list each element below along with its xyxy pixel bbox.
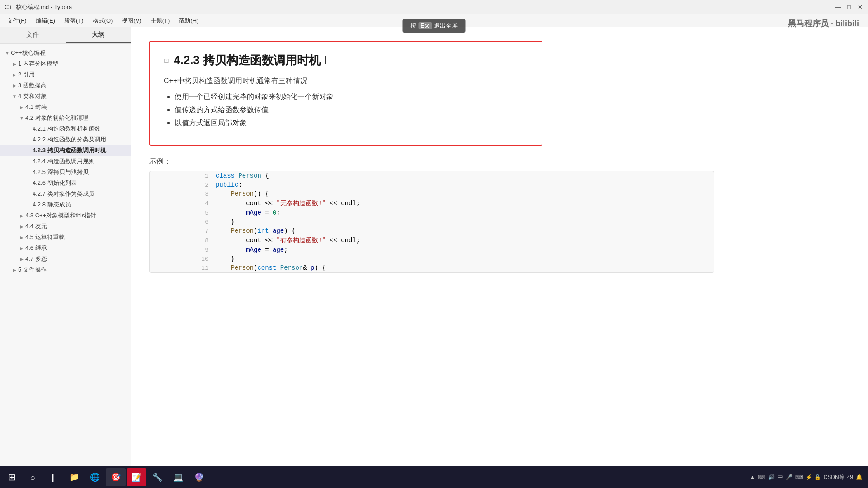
app-button-2[interactable]: 📝 xyxy=(127,468,146,486)
menu-file[interactable]: 文件(F) xyxy=(3,16,31,26)
line-content: Person(const Person& p) { xyxy=(216,263,714,272)
outline-item-4-2-3[interactable]: 4.2.3 拷贝构造函数调用时机 xyxy=(0,145,131,156)
tray-icons: ⚡ 🔒 xyxy=(806,474,821,480)
menu-theme[interactable]: 主题(T) xyxy=(146,16,175,26)
menu-format[interactable]: 格式(O) xyxy=(88,16,118,26)
tray-battery: 49 xyxy=(847,474,853,480)
content-area[interactable]: ⊡ 4.2.3 拷贝构造函数调用时机 C++中拷贝构造函数调用时机通常有三种情况… xyxy=(131,27,868,466)
code-lines: 1 class Person { 2 public: 3 Person() { … xyxy=(150,171,714,272)
minimize-button[interactable]: — xyxy=(835,4,842,11)
outline-label: C++核心编程 xyxy=(11,49,46,57)
line-content: cout << "有参构造函数!" << endl; xyxy=(216,235,714,245)
tray-input: 中 xyxy=(778,474,783,481)
arrow-icon xyxy=(25,159,33,164)
arrow-icon: ▶ xyxy=(11,83,18,88)
tray-keyboard: ⌨ xyxy=(758,474,765,480)
example-label: 示例： xyxy=(149,157,850,166)
line-content: cout << "无参构造函数!" << endl; xyxy=(216,198,714,208)
line-content: Person() { xyxy=(216,189,714,198)
search-button[interactable]: ⌕ xyxy=(23,468,42,486)
outline-label: 4.2.1 构造函数和析构函数 xyxy=(33,125,100,133)
arrow-icon xyxy=(25,148,33,153)
outline-item-3[interactable]: ▶ 3 函数提高 xyxy=(0,80,131,91)
arrow-icon: ▼ xyxy=(18,116,25,121)
section-header: ⊡ 4.2.3 拷贝构造函数调用时机 xyxy=(164,52,528,68)
arrow-icon xyxy=(25,202,33,207)
outline-item-cpp-core[interactable]: ▼ C++核心编程 xyxy=(0,47,131,58)
fold-icon[interactable]: ⊡ xyxy=(164,57,169,64)
code-line-10: 10 } xyxy=(150,254,714,263)
start-button[interactable]: ⊞ xyxy=(2,468,22,486)
esc-key: Esc xyxy=(418,22,432,29)
tray-notification: 🔔 xyxy=(856,474,863,480)
menu-paragraph[interactable]: 段落(T) xyxy=(60,16,88,26)
list-item: 以值方式返回局部对象 xyxy=(175,118,528,128)
outline-label: 4.2.7 类对象作为类成员 xyxy=(33,190,94,198)
explorer-button[interactable]: 📁 xyxy=(64,468,84,486)
code-line-7: 7 Person(int age) { xyxy=(150,226,714,235)
app-button-3[interactable]: 🔧 xyxy=(147,468,167,486)
tab-outline[interactable]: 大纲 xyxy=(66,27,131,43)
outline-item-4-7[interactable]: ▶ 4.7 多态 xyxy=(0,253,131,264)
outline-label: 4.1 封装 xyxy=(25,103,47,111)
app-button-1[interactable]: 🎯 xyxy=(106,468,126,486)
taskview-button[interactable]: ‖ xyxy=(43,468,63,486)
line-content: public: xyxy=(216,180,714,189)
tab-files[interactable]: 文件 xyxy=(0,27,66,43)
outline-label: 4.6 继承 xyxy=(25,244,47,252)
outline-item-4-6[interactable]: ▶ 4.6 继承 xyxy=(0,243,131,253)
menu-view[interactable]: 视图(V) xyxy=(117,16,146,26)
outline-item-4-2-7[interactable]: 4.2.7 类对象作为类成员 xyxy=(0,188,131,199)
line-number: 8 xyxy=(150,235,216,245)
tray-volume: 🔊 xyxy=(768,474,775,480)
outline-tree: ▼ C++核心编程 ▶ 1 内存分区模型 ▶ 2 引用 ▶ 3 函数提高 ▼ 4… xyxy=(0,44,131,279)
code-block: 1 class Person { 2 public: 3 Person() { … xyxy=(149,171,714,273)
outline-item-4-1[interactable]: ▶ 4.1 封装 xyxy=(0,102,131,113)
outline-item-2[interactable]: ▶ 2 引用 xyxy=(0,69,131,80)
outline-item-4-5[interactable]: ▶ 4.5 运算符重载 xyxy=(0,232,131,243)
code-line-11: 11 Person(const Person& p) { xyxy=(150,263,714,272)
outline-item-4-2-6[interactable]: 4.2.6 初始化列表 xyxy=(0,178,131,188)
code-line-9: 9 mAge = age; xyxy=(150,245,714,254)
menu-edit[interactable]: 编辑(E) xyxy=(31,16,60,26)
menu-help[interactable]: 帮助(H) xyxy=(174,16,203,26)
list-item: 使用一个已经创建完毕的对象来初始化一个新对象 xyxy=(175,92,528,102)
outline-item-5[interactable]: ▶ 5 文件操作 xyxy=(0,264,131,275)
outline-item-4-2[interactable]: ▼ 4.2 对象的初始化和清理 xyxy=(0,113,131,123)
text-cursor xyxy=(326,56,326,64)
line-content: Person(int age) { xyxy=(216,226,714,235)
line-number: 7 xyxy=(150,226,216,235)
outline-label: 1 内存分区模型 xyxy=(18,60,58,68)
outline-item-4-2-1[interactable]: 4.2.1 构造函数和析构函数 xyxy=(0,123,131,134)
outline-item-1[interactable]: ▶ 1 内存分区模型 xyxy=(0,58,131,69)
arrow-icon: ▶ xyxy=(18,213,25,218)
outline-label: 4.3 C++对象模型和this指针 xyxy=(25,211,97,220)
outline-item-4-2-4[interactable]: 4.2.4 构造函数调用规则 xyxy=(0,156,131,167)
outline-label: 3 函数提高 xyxy=(18,81,47,89)
arrow-icon: ▶ xyxy=(18,257,25,262)
outline-item-4-2-2[interactable]: 4.2.2 构造函数的分类及调用 xyxy=(0,134,131,145)
code-line-4: 4 cout << "无参构造函数!" << endl; xyxy=(150,198,714,208)
app-button-4[interactable]: 💻 xyxy=(168,468,188,486)
line-number: 1 xyxy=(150,171,216,180)
arrow-icon xyxy=(25,127,33,131)
arrow-icon: ▶ xyxy=(11,267,18,272)
close-button[interactable]: ✕ xyxy=(856,4,863,11)
bullet-list: 使用一个已经创建完毕的对象来初始化一个新对象 值传递的方式给函数参数传值 以值方… xyxy=(164,92,528,128)
arrow-icon: ▶ xyxy=(11,72,18,77)
bilibili-watermark: 黑马程序员 · bilibili xyxy=(788,18,859,29)
outline-item-4-4[interactable]: ▶ 4.4 友元 xyxy=(0,221,131,232)
outline-item-4-2-8[interactable]: 4.2.8 静态成员 xyxy=(0,199,131,210)
outline-item-4[interactable]: ▼ 4 类和对象 xyxy=(0,91,131,102)
section-highlight-box: ⊡ 4.2.3 拷贝构造函数调用时机 C++中拷贝构造函数调用时机通常有三种情况… xyxy=(149,41,542,146)
app-button-5[interactable]: 🔮 xyxy=(189,468,209,486)
line-number: 6 xyxy=(150,217,216,226)
outline-item-4-3[interactable]: ▶ 4.3 C++对象模型和this指针 xyxy=(0,210,131,221)
outline-label: 4.5 运算符重载 xyxy=(25,233,65,241)
arrow-icon: ▶ xyxy=(18,235,25,240)
edge-button[interactable]: 🌐 xyxy=(85,468,105,486)
maximize-button[interactable]: □ xyxy=(845,4,853,11)
code-line-6: 6 } xyxy=(150,217,714,226)
line-content: mAge = age; xyxy=(216,245,714,254)
outline-item-4-2-5[interactable]: 4.2.5 深拷贝与浅拷贝 xyxy=(0,167,131,178)
